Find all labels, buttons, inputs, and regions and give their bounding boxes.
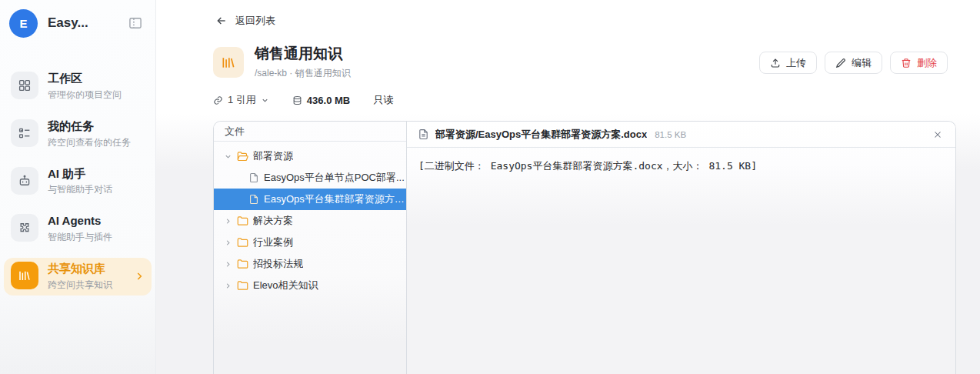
file-tree: 部署资源 EasyOps平台单节点POC部署...	[214, 142, 406, 296]
task-list-icon	[11, 119, 38, 147]
puzzle-icon	[11, 214, 38, 242]
folder-icon	[237, 280, 248, 292]
app-logo: E	[9, 9, 38, 38]
references-dropdown[interactable]: 1 引用	[213, 93, 269, 107]
sidebar-item-desc: 跨空间共享知识	[48, 279, 112, 292]
pencil-icon	[835, 58, 846, 68]
tree-folder-solutions[interactable]: 解决方案	[214, 210, 406, 232]
app-window: E Easy... 工作区 管理你的项目空间	[0, 0, 980, 374]
trash-icon	[901, 58, 912, 68]
chevron-down-icon[interactable]	[223, 152, 232, 161]
sidebar-item-desc: 跨空间查看你的任务	[48, 136, 131, 149]
back-label: 返回列表	[235, 14, 275, 28]
sidebar-item-my-tasks[interactable]: 我的任务 跨空间查看你的任务	[4, 115, 152, 153]
file-tree-panel: 文件 部署资源	[214, 122, 407, 374]
chevron-right-icon	[134, 271, 145, 282]
sidebar-item-label: 工作区	[48, 72, 122, 86]
kb-header: 销售通用知识 /sale-kb · 销售通用知识 上传 编辑	[156, 28, 980, 80]
sidebar-nav: 工作区 管理你的项目空间 我的任务 跨空间查看你的任务	[0, 68, 155, 306]
sidebar-item-desc: 管理你的项目空间	[48, 88, 122, 102]
preview-filesize: 81.5 KB	[655, 130, 686, 139]
chevron-right-icon[interactable]	[223, 260, 232, 269]
readonly-badge: 只读	[373, 93, 393, 107]
delete-button[interactable]: 删除	[890, 52, 948, 74]
tree-folder-elevo-knowledge[interactable]: Elevo相关知识	[214, 275, 406, 296]
library-icon	[11, 262, 38, 289]
grid-icon	[11, 72, 38, 99]
sidebar-item-desc: 智能助手与插件	[48, 231, 112, 244]
page-title: 销售通用知识	[255, 44, 351, 64]
sidebar-item-workspace[interactable]: 工作区 管理你的项目空间	[4, 68, 152, 105]
chevron-right-icon[interactable]	[223, 217, 232, 225]
upload-icon	[770, 58, 781, 68]
folder-icon	[237, 259, 248, 270]
sidebar-item-shared-kb[interactable]: 共享知识库 跨空间共享知识	[4, 258, 152, 296]
back-arrow-icon	[215, 15, 228, 27]
chevron-down-icon	[261, 96, 269, 105]
kb-stats-row: 1 引用 436.0 MB 只读	[156, 80, 980, 107]
sidebar: E Easy... 工作区 管理你的项目空间	[0, 0, 156, 374]
tree-folder-deploy-resources[interactable]: 部署资源	[214, 145, 406, 167]
app-name: Easy...	[48, 15, 116, 31]
tree-folder-industry-cases[interactable]: 行业案例	[214, 232, 406, 253]
action-buttons: 上传 编辑 删除	[759, 52, 948, 74]
chevron-right-icon[interactable]	[223, 282, 232, 290]
chevron-right-icon[interactable]	[223, 239, 232, 247]
logo-row: E Easy...	[0, 0, 155, 46]
folder-icon	[237, 215, 248, 227]
kb-subtitle: /sale-kb · 销售通用知识	[255, 67, 351, 80]
kb-content-panels: 文件 部署资源	[213, 121, 956, 374]
sidebar-item-label: AI Agents	[48, 214, 112, 229]
file-icon	[248, 194, 259, 205]
sidebar-item-ai-assistant[interactable]: AI 助手 与智能助手对话	[4, 163, 152, 201]
library-icon	[213, 47, 244, 78]
file-preview-panel: 部署资源/EasyOps平台集群部署资源方案.docx 81.5 KB [二进制…	[407, 122, 955, 374]
tree-file-cluster-deploy-selected[interactable]: EasyOps平台集群部署资源方案...	[214, 189, 406, 210]
file-tree-header: 文件	[214, 122, 406, 142]
preview-filename: 部署资源/EasyOps平台集群部署资源方案.docx	[435, 128, 647, 142]
sidebar-item-desc: 与智能助手对话	[48, 183, 112, 196]
folder-open-icon	[237, 151, 248, 162]
folder-icon	[237, 237, 248, 249]
preview-content-text: [二进制文件： EasyOps平台集群部署资源方案.docx，大小： 81.5 …	[407, 148, 955, 185]
back-to-list-button[interactable]: 返回列表	[156, 0, 308, 28]
main-content: 返回列表 销售通用知识 /sale-kb · 销售通用知识	[156, 0, 980, 374]
sidebar-item-ai-agents[interactable]: AI Agents 智能助手与插件	[4, 210, 152, 248]
kb-title-block: 销售通用知识 /sale-kb · 销售通用知识	[213, 44, 351, 80]
sidebar-item-label: 共享知识库	[48, 262, 112, 276]
link-icon	[213, 95, 223, 105]
sidebar-item-label: AI 助手	[48, 167, 112, 182]
file-icon	[248, 172, 259, 183]
close-icon[interactable]	[929, 126, 946, 143]
file-preview-header: 部署资源/EasyOps平台集群部署资源方案.docx 81.5 KB	[407, 122, 955, 148]
document-icon	[418, 129, 429, 140]
sidebar-collapse-icon[interactable]	[126, 14, 145, 32]
storage-size-value: 436.0 MB	[307, 95, 350, 106]
edit-button[interactable]: 编辑	[825, 52, 882, 74]
storage-size-stat: 436.0 MB	[292, 95, 350, 106]
sidebar-item-label: 我的任务	[48, 119, 131, 134]
tree-folder-bidding-regulations[interactable]: 招投标法规	[214, 253, 406, 275]
upload-button[interactable]: 上传	[759, 52, 817, 74]
references-count: 1 引用	[228, 93, 256, 107]
tree-file-poc-deploy[interactable]: EasyOps平台单节点POC部署...	[214, 167, 406, 189]
storage-icon	[292, 95, 302, 105]
robot-icon	[11, 167, 38, 195]
